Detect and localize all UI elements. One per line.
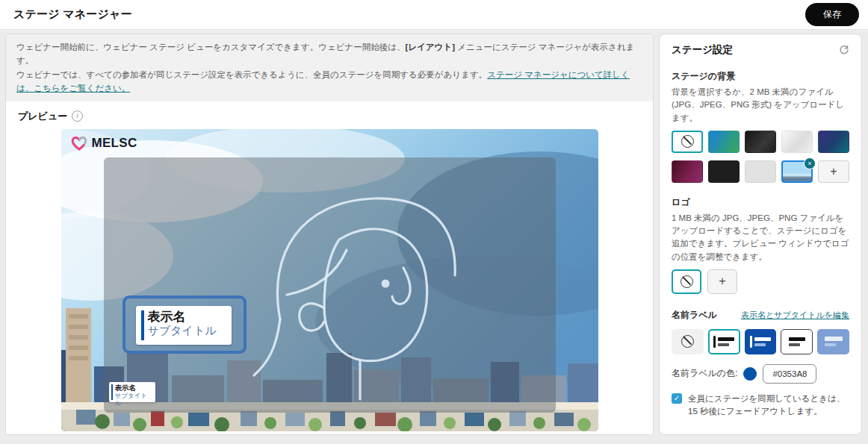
banner-line2: ウェビナーでは、すべての参加者が同じステージ設定を表示できるように、全員のステー… — [16, 70, 487, 79]
name-label-accent-bar — [141, 310, 144, 340]
brand-name: MELSC — [92, 136, 137, 151]
heart-logo-icon — [70, 135, 88, 151]
logo-option-none[interactable] — [672, 269, 701, 294]
sync-fade-label: 全員にステージを同期しているときは、15 秒後にフェードアウトします。 — [688, 393, 849, 419]
stage-logo[interactable]: MELSC — [70, 135, 137, 151]
name-label-small-preview: 表示名 サブタイトル — [109, 382, 155, 402]
name-label-style-options — [672, 329, 849, 354]
sidebar-title: ステージ設定 — [672, 43, 733, 57]
label-style-glyph — [750, 336, 752, 348]
background-option-gray[interactable] — [745, 160, 776, 183]
logo-options: + — [672, 269, 849, 294]
remove-background-icon[interactable]: × — [804, 157, 816, 169]
refresh-icon[interactable] — [839, 45, 849, 55]
preview-panel: ウェビナー開始前に、ウェビナー ステージ ビューをカスタマイズできます。ウェビナ… — [5, 34, 654, 435]
upload-logo-button[interactable]: + — [707, 269, 737, 294]
preview-heading-row: プレビュー i — [6, 101, 653, 128]
label-style-none[interactable] — [672, 329, 704, 354]
background-option-city-selected[interactable]: × — [781, 160, 813, 183]
name-label-section-heading: 名前ラベル — [672, 309, 717, 322]
label-style-light-blue[interactable] — [817, 329, 849, 354]
stage-settings-panel: ステージ設定 ステージの背景 背景を選択するか、2 MB 未満のファイル (JP… — [659, 34, 862, 435]
stage-preview[interactable]: MELSC 表示名 サブタイトル 表示名 サブタイトル — [61, 129, 598, 431]
save-button[interactable]: 保存 — [805, 3, 859, 26]
label-style-glyph — [713, 336, 716, 348]
logo-section-description: 1 MB 未満の JPG、JPEG、PNG ファイルをアップロードすることで、ス… — [672, 212, 849, 263]
label-style-glyph — [789, 337, 805, 346]
background-option-light[interactable] — [781, 131, 813, 153]
info-icon[interactable]: i — [72, 110, 83, 122]
name-label-preview[interactable]: 表示名 サブタイトル — [136, 306, 232, 345]
label-style-glyph — [825, 337, 843, 346]
no-label-icon — [681, 335, 694, 348]
logo-section-heading: ロゴ — [672, 196, 849, 209]
edit-display-name-link[interactable]: 表示名とサブタイトルを編集 — [741, 310, 849, 321]
app-header: ステージ マネージャー 保存 — [0, 0, 868, 30]
video-region-overlay — [104, 157, 556, 413]
background-option-maroon[interactable] — [672, 160, 703, 183]
background-option-black[interactable] — [708, 160, 740, 183]
page-title: ステージ マネージャー — [13, 7, 132, 22]
name-label-drag-frame[interactable]: 表示名 サブタイトル — [123, 296, 247, 354]
name-label-accent-bar — [111, 384, 113, 400]
banner-line1: ウェビナー開始前に、ウェビナー ステージ ビューをカスタマイズできます。ウェビナ… — [16, 43, 405, 51]
label-style-outline[interactable] — [781, 329, 813, 354]
background-option-blue-green[interactable] — [708, 131, 740, 153]
background-option-purple-teal[interactable] — [818, 131, 849, 153]
info-banner: ウェビナー開始前に、ウェビナー ステージ ビューをカスタマイズできます。ウェビナ… — [6, 34, 653, 101]
background-option-dark[interactable] — [745, 131, 776, 153]
preview-heading: プレビュー — [18, 110, 67, 123]
upload-background-button[interactable]: + — [818, 160, 849, 183]
display-name-text: 表示名 — [148, 310, 226, 325]
subtitle-text: サブタイトル — [148, 324, 226, 337]
no-background-icon — [681, 135, 694, 148]
no-logo-icon — [681, 275, 693, 288]
sync-fade-checkbox[interactable]: ✓ — [672, 393, 682, 404]
background-option-none[interactable] — [672, 131, 703, 153]
label-color-swatch[interactable] — [743, 367, 757, 381]
display-name-text: 表示名 — [115, 384, 152, 392]
label-style-dark-blue[interactable] — [745, 329, 777, 354]
label-color-input[interactable] — [763, 364, 816, 384]
label-color-caption: 名前ラベルの色: — [672, 367, 737, 380]
background-section-heading: ステージの背景 — [672, 70, 849, 83]
background-section-description: 背景を選択するか、2 MB 未満のファイル (JPG、JPEG、PNG 形式) … — [672, 86, 849, 125]
label-style-light-bar[interactable] — [708, 329, 740, 354]
banner-line1-bold: [レイアウト] — [405, 43, 455, 51]
background-options: × + — [672, 131, 849, 183]
subtitle-text: サブタイトル — [115, 392, 152, 407]
